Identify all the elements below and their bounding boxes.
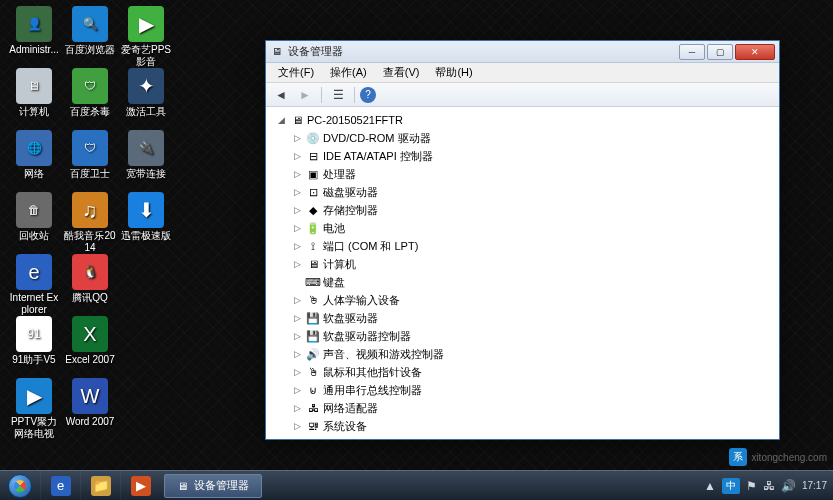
forward-button[interactable]: ► bbox=[294, 85, 316, 105]
ie-icon: e bbox=[51, 476, 71, 496]
desktop-icon-13[interactable]: 🐧腾讯QQ bbox=[64, 254, 116, 304]
computer-icon: 🖥 bbox=[290, 113, 304, 127]
language-indicator[interactable]: 中 bbox=[722, 478, 740, 494]
tree-item[interactable]: ▷💾软盘驱动器控制器 bbox=[290, 327, 773, 345]
task-label: 设备管理器 bbox=[194, 478, 249, 493]
app-icon: 🔌 bbox=[128, 130, 164, 166]
tree-item[interactable]: ▷▣处理器 bbox=[290, 165, 773, 183]
expand-icon[interactable]: ▷ bbox=[292, 223, 303, 234]
icon-label: 激活工具 bbox=[126, 106, 166, 118]
tree-item[interactable]: ⌨键盘 bbox=[290, 273, 773, 291]
volume-icon[interactable]: 🔊 bbox=[781, 479, 796, 493]
pinned-explorer[interactable]: 📁 bbox=[80, 471, 120, 500]
windows-orb-icon bbox=[8, 474, 32, 498]
tree-item[interactable]: ▷🖳系统设备 bbox=[290, 417, 773, 435]
expand-icon[interactable]: ▷ bbox=[292, 313, 303, 324]
device-category-icon: ⊟ bbox=[306, 149, 320, 163]
device-category-icon: ⟟ bbox=[306, 239, 320, 253]
tree-item[interactable]: ▷🖵显示适配器 bbox=[290, 435, 773, 439]
explorer-icon: 📁 bbox=[91, 476, 111, 496]
expand-icon[interactable]: ▷ bbox=[292, 421, 303, 432]
show-nodes-button[interactable]: ☰ bbox=[327, 85, 349, 105]
device-category-icon: 🖥 bbox=[306, 257, 320, 271]
desktop-icon-8[interactable]: 🔌宽带连接 bbox=[120, 130, 172, 180]
expand-icon[interactable]: ▷ bbox=[292, 367, 303, 378]
device-category-icon: 🖱 bbox=[306, 365, 320, 379]
tree-item[interactable]: ▷⟟端口 (COM 和 LPT) bbox=[290, 237, 773, 255]
expand-icon[interactable]: ▷ bbox=[292, 241, 303, 252]
collapse-icon[interactable]: ◢ bbox=[276, 115, 287, 126]
expand-icon[interactable]: ▷ bbox=[292, 349, 303, 360]
tree-item[interactable]: ▷⊌通用串行总线控制器 bbox=[290, 381, 773, 399]
menu-item-1[interactable]: 操作(A) bbox=[322, 63, 375, 82]
desktop-icon-4[interactable]: 🛡百度杀毒 bbox=[64, 68, 116, 118]
back-button[interactable]: ◄ bbox=[270, 85, 292, 105]
desktop-icon-7[interactable]: 🛡百度卫士 bbox=[64, 130, 116, 180]
expand-icon[interactable]: ▷ bbox=[292, 169, 303, 180]
desktop-icon-2[interactable]: ▶爱奇艺PPS影音 bbox=[120, 6, 172, 68]
desktop-icon-11[interactable]: ⬇迅雷极速版 bbox=[120, 192, 172, 242]
expand-icon[interactable]: ▷ bbox=[292, 187, 303, 198]
desktop-icon-1[interactable]: 🔍百度浏览器 bbox=[64, 6, 116, 56]
help-button[interactable]: ? bbox=[360, 87, 376, 103]
close-button[interactable]: ✕ bbox=[735, 44, 775, 60]
menu-item-2[interactable]: 查看(V) bbox=[375, 63, 428, 82]
desktop-icon-17[interactable]: WWord 2007 bbox=[64, 378, 116, 428]
icon-label: 腾讯QQ bbox=[72, 292, 108, 304]
titlebar[interactable]: 🖥 设备管理器 ─ ▢ ✕ bbox=[266, 41, 779, 63]
expand-icon[interactable]: ▷ bbox=[292, 133, 303, 144]
taskbar: e📁▶ 🖥 设备管理器 ▲ 中 ⚑ 🖧 🔊 17:17 bbox=[0, 470, 833, 500]
device-category-icon: ⊌ bbox=[306, 383, 320, 397]
expand-icon[interactable]: ▷ bbox=[292, 259, 303, 270]
desktop-icon-14[interactable]: 9191助手V5 bbox=[8, 316, 60, 366]
tree-root[interactable]: ◢ 🖥 PC-20150521FFTR bbox=[274, 111, 773, 129]
desktop-icon-12[interactable]: eInternet Explorer bbox=[8, 254, 60, 316]
tree-item[interactable]: ▷💾软盘驱动器 bbox=[290, 309, 773, 327]
expand-icon[interactable]: ▷ bbox=[292, 205, 303, 216]
pinned-media[interactable]: ▶ bbox=[120, 471, 160, 500]
task-device-manager[interactable]: 🖥 设备管理器 bbox=[164, 474, 262, 498]
tree-item[interactable]: ▷🖧网络适配器 bbox=[290, 399, 773, 417]
expand-icon[interactable]: ▷ bbox=[292, 439, 303, 440]
tree-item[interactable]: ▷🖰人体学输入设备 bbox=[290, 291, 773, 309]
device-tree[interactable]: ◢ 🖥 PC-20150521FFTR ▷💿DVD/CD-ROM 驱动器▷⊟ID… bbox=[266, 107, 779, 439]
device-category-icon: 🖰 bbox=[306, 293, 320, 307]
action-center-icon[interactable]: ⚑ bbox=[746, 479, 757, 493]
app-icon: X bbox=[72, 316, 108, 352]
app-icon: 🌐 bbox=[16, 130, 52, 166]
expand-icon[interactable]: ▷ bbox=[292, 385, 303, 396]
maximize-button[interactable]: ▢ bbox=[707, 44, 733, 60]
expand-icon[interactable]: ▷ bbox=[292, 331, 303, 342]
expand-icon[interactable]: ▷ bbox=[292, 151, 303, 162]
tray-show-hidden-icon[interactable]: ▲ bbox=[704, 479, 716, 493]
desktop-icon-10[interactable]: ♫酷我音乐2014 bbox=[64, 192, 116, 254]
desktop-icon-3[interactable]: 🖥计算机 bbox=[8, 68, 60, 118]
tree-item[interactable]: ▷💿DVD/CD-ROM 驱动器 bbox=[290, 129, 773, 147]
start-button[interactable] bbox=[0, 471, 40, 501]
desktop-icon-15[interactable]: XExcel 2007 bbox=[64, 316, 116, 366]
desktop-icon-16[interactable]: ▶PPTV聚力 网络电视 bbox=[8, 378, 60, 440]
app-icon: 🔍 bbox=[72, 6, 108, 42]
tree-item[interactable]: ▷🔊声音、视频和游戏控制器 bbox=[290, 345, 773, 363]
tree-item[interactable]: ▷🖥计算机 bbox=[290, 255, 773, 273]
menu-item-0[interactable]: 文件(F) bbox=[270, 63, 322, 82]
minimize-button[interactable]: ─ bbox=[679, 44, 705, 60]
pinned-ie[interactable]: e bbox=[40, 471, 80, 500]
network-icon[interactable]: 🖧 bbox=[763, 479, 775, 493]
expand-icon[interactable]: ▷ bbox=[292, 295, 303, 306]
desktop-icon-5[interactable]: ✦激活工具 bbox=[120, 68, 172, 118]
device-category-icon: ▣ bbox=[306, 167, 320, 181]
desktop-icon-0[interactable]: 👤Administr... bbox=[8, 6, 60, 56]
app-icon: 🛡 bbox=[72, 68, 108, 104]
menu-item-3[interactable]: 帮助(H) bbox=[427, 63, 480, 82]
clock[interactable]: 17:17 bbox=[802, 480, 827, 491]
desktop-icon-6[interactable]: 🌐网络 bbox=[8, 130, 60, 180]
tree-item[interactable]: ▷🔋电池 bbox=[290, 219, 773, 237]
tree-item[interactable]: ▷◆存储控制器 bbox=[290, 201, 773, 219]
expand-icon[interactable]: ▷ bbox=[292, 403, 303, 414]
tree-item[interactable]: ▷⊡磁盘驱动器 bbox=[290, 183, 773, 201]
tree-item[interactable]: ▷⊟IDE ATA/ATAPI 控制器 bbox=[290, 147, 773, 165]
desktop-icon-9[interactable]: 🗑回收站 bbox=[8, 192, 60, 242]
device-category-icon: 🖵 bbox=[306, 437, 320, 439]
tree-item[interactable]: ▷🖱鼠标和其他指针设备 bbox=[290, 363, 773, 381]
